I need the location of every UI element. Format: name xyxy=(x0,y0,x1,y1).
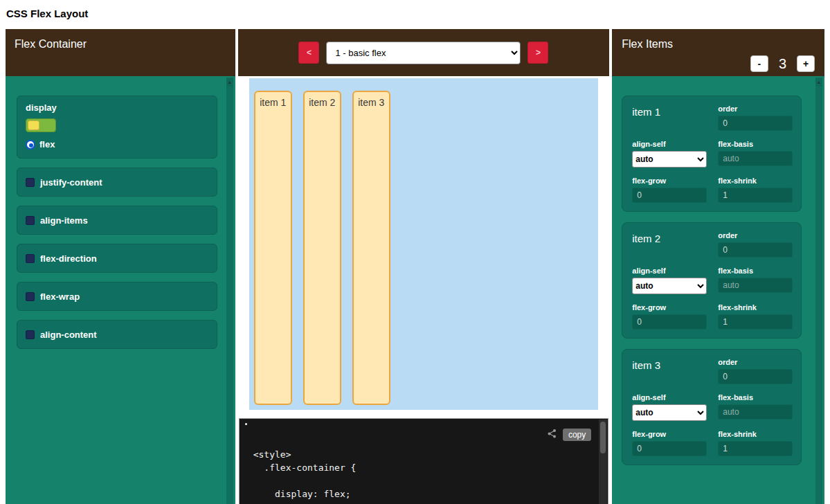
decrease-items-button[interactable]: - xyxy=(750,55,768,72)
align-content-label: align-content xyxy=(40,330,97,340)
code-line: display: flex; xyxy=(253,487,595,501)
flex-wrap-label: flex-wrap xyxy=(40,291,80,302)
code-toolbar: copy xyxy=(546,428,591,442)
page-title: CSS Flex Layout xyxy=(0,0,830,29)
align-self-select[interactable]: auto xyxy=(632,151,707,168)
flex-items-panel: Flex Items - 3 + item 1 order xyxy=(612,29,824,504)
item-card-1: item 1 order align-self auto flex-basis xyxy=(622,96,802,212)
flex-shrink-field: flex-shrink xyxy=(718,177,793,203)
example-toolbar: < 1 - basic flex > xyxy=(238,29,610,76)
flex-basis-input[interactable] xyxy=(718,278,793,293)
flex-container-panel: Flex Container display flex justify-cont… xyxy=(6,29,235,504)
order-input[interactable] xyxy=(718,242,793,258)
flex-basis-input[interactable] xyxy=(718,151,793,166)
item-card-title-cell: item 2 xyxy=(632,231,707,258)
flex-shrink-input[interactable] xyxy=(718,441,793,456)
align-self-field: align-self auto xyxy=(632,393,707,421)
copy-button[interactable]: copy xyxy=(563,429,591,441)
align-self-field: align-self auto xyxy=(632,267,707,294)
right-scrollbar[interactable]: ▲ xyxy=(815,78,822,504)
order-field: order xyxy=(718,358,793,384)
property-section-justify-content: justify-content xyxy=(17,168,217,197)
flex-shrink-label: flex-shrink xyxy=(718,430,793,438)
flex-items-body: item 1 order align-self auto flex-basis xyxy=(612,76,824,504)
flex-grow-label: flex-grow xyxy=(632,430,707,438)
code-scrollbar[interactable] xyxy=(599,420,607,504)
flex-basis-label: flex-basis xyxy=(718,140,793,148)
property-section-align-content: align-content xyxy=(17,320,217,349)
preview-panel: < 1 - basic flex > item 1 item 2 item 3 xyxy=(238,29,610,504)
display-label: display xyxy=(26,102,208,113)
order-label: order xyxy=(718,358,793,366)
flex-grow-field: flex-grow xyxy=(632,303,707,330)
flex-grow-field: flex-grow xyxy=(632,430,707,456)
scroll-up-icon[interactable]: ▲ xyxy=(226,78,233,87)
flex-radio[interactable] xyxy=(26,140,35,150)
flex-shrink-label: flex-shrink xyxy=(718,303,793,312)
item-card-2: item 2 order align-self auto flex-basis xyxy=(622,222,802,339)
code-line xyxy=(253,474,595,487)
item-counter: - 3 + xyxy=(750,55,815,72)
flex-grow-input[interactable] xyxy=(632,314,707,330)
display-toggle[interactable] xyxy=(26,118,56,132)
flex-shrink-input[interactable] xyxy=(718,314,793,330)
align-content-checkbox[interactable] xyxy=(26,330,35,339)
code-scrollbar-thumb[interactable] xyxy=(600,422,606,453)
share-icon[interactable] xyxy=(546,428,557,442)
property-section-flex-direction: flex-direction xyxy=(17,244,217,273)
flex-shrink-field: flex-shrink xyxy=(718,430,793,456)
order-field: order xyxy=(718,105,793,131)
order-label: order xyxy=(718,231,793,240)
preview-item-1: item 1 xyxy=(254,91,292,405)
flex-shrink-input[interactable] xyxy=(718,188,793,203)
order-input[interactable] xyxy=(718,116,793,131)
flex-shrink-label: flex-shrink xyxy=(718,177,793,185)
justify-content-label: justify-content xyxy=(40,177,102,188)
align-self-label: align-self xyxy=(632,267,707,275)
item-card-3: item 3 order align-self auto flex-basis xyxy=(622,349,802,465)
property-section-flex-wrap: flex-wrap xyxy=(17,282,217,311)
align-self-field: align-self auto xyxy=(632,140,707,168)
flex-wrap-checkbox[interactable] xyxy=(26,292,35,301)
flex-items-title: Flex Items xyxy=(622,38,815,51)
flex-basis-label: flex-basis xyxy=(718,267,793,275)
flex-container-title: Flex Container xyxy=(15,38,87,50)
align-self-label: align-self xyxy=(632,393,707,402)
item-card-title: item 3 xyxy=(632,359,660,371)
flex-container-body: display flex justify-content align-items xyxy=(6,76,235,504)
flex-grow-input[interactable] xyxy=(632,441,707,456)
flex-grow-field: flex-grow xyxy=(632,177,707,203)
justify-content-checkbox[interactable] xyxy=(26,178,35,187)
item-card-title: item 1 xyxy=(632,106,660,118)
flex-grow-label: flex-grow xyxy=(632,177,707,185)
flex-shrink-field: flex-shrink xyxy=(718,303,793,330)
main-layout: Flex Container display flex justify-cont… xyxy=(0,29,830,504)
flex-basis-input[interactable] xyxy=(718,404,793,420)
flex-radio-label: flex xyxy=(39,139,55,150)
align-items-checkbox[interactable] xyxy=(26,216,35,225)
item-card-title-cell: item 1 xyxy=(632,105,707,131)
flex-grow-input[interactable] xyxy=(632,188,707,203)
align-self-select[interactable]: auto xyxy=(632,404,707,421)
left-scrollbar[interactable]: ▲ xyxy=(226,78,233,504)
flex-preview-container: item 1 item 2 item 3 xyxy=(249,78,599,410)
increase-items-button[interactable]: + xyxy=(797,55,815,72)
flex-basis-field: flex-basis xyxy=(718,140,793,168)
next-example-button[interactable]: > xyxy=(527,42,548,64)
flex-items-header: Flex Items - 3 + xyxy=(612,29,824,76)
flex-direction-checkbox[interactable] xyxy=(26,254,35,263)
align-self-select[interactable]: auto xyxy=(632,278,707,294)
flex-container-header: Flex Container xyxy=(6,29,235,76)
flex-grow-label: flex-grow xyxy=(632,303,707,312)
prev-example-button[interactable]: < xyxy=(298,42,319,64)
property-section-align-items: align-items xyxy=(17,206,217,235)
order-field: order xyxy=(718,231,793,258)
order-input[interactable] xyxy=(718,369,793,384)
scroll-up-icon[interactable]: ▲ xyxy=(815,78,822,87)
example-select[interactable]: 1 - basic flex xyxy=(326,42,521,64)
preview-item-2: item 2 xyxy=(303,91,341,405)
item-card-title-cell: item 3 xyxy=(632,358,707,384)
display-flex-option: flex xyxy=(26,139,208,150)
display-section: display flex xyxy=(17,96,217,159)
toggle-knob-icon xyxy=(28,120,39,130)
